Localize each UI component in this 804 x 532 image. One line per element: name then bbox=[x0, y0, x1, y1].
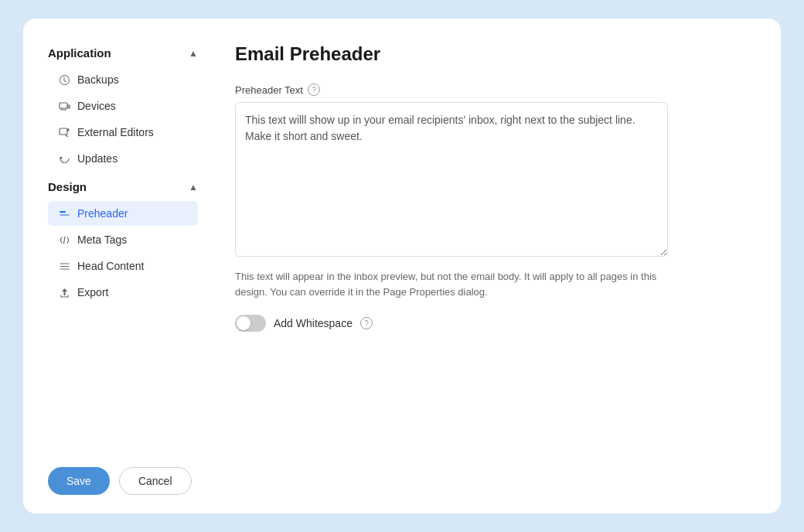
page-title: Email Preheader bbox=[235, 43, 756, 65]
sidebar-item-updates[interactable]: Updates bbox=[48, 146, 198, 171]
main-card: Application ▲ Backups Devices bbox=[23, 19, 781, 513]
external-editors-label: External Editors bbox=[77, 126, 154, 138]
meta-tags-icon bbox=[57, 233, 71, 247]
export-label: Export bbox=[77, 286, 108, 298]
sidebar-item-external-editors[interactable]: External Editors bbox=[48, 120, 198, 145]
design-chevron-icon: ▲ bbox=[189, 182, 198, 193]
head-content-icon bbox=[57, 259, 71, 273]
sidebar-section-design-header[interactable]: Design ▲ bbox=[48, 177, 198, 196]
content-area: Application ▲ Backups Devices bbox=[48, 43, 756, 436]
svg-rect-0 bbox=[60, 103, 67, 108]
preheader-help-icon[interactable]: ? bbox=[308, 84, 320, 96]
preheader-text-input[interactable] bbox=[235, 102, 668, 257]
devices-icon bbox=[57, 99, 71, 113]
backups-icon bbox=[57, 73, 71, 87]
sidebar-section-design: Design ▲ Preheader Meta Tags bbox=[48, 177, 198, 305]
external-editors-icon bbox=[57, 125, 71, 139]
toggle-knob bbox=[237, 316, 250, 330]
updates-label: Updates bbox=[77, 152, 118, 165]
preheader-text-label: Preheader Text bbox=[235, 84, 303, 96]
add-whitespace-toggle[interactable] bbox=[235, 315, 266, 332]
head-content-label: Head Content bbox=[77, 260, 144, 272]
application-section-label: Application bbox=[48, 46, 111, 60]
helper-text: This text will appear in the inbox previ… bbox=[235, 269, 668, 299]
whitespace-help-icon[interactable]: ? bbox=[360, 317, 373, 329]
whitespace-label: Add Whitespace bbox=[274, 317, 353, 329]
updates-icon bbox=[57, 152, 71, 165]
sidebar-item-preheader[interactable]: Preheader bbox=[48, 201, 198, 226]
preheader-text-label-row: Preheader Text ? bbox=[235, 84, 756, 96]
preheader-icon bbox=[57, 206, 71, 220]
sidebar-item-meta-tags[interactable]: Meta Tags bbox=[48, 227, 198, 252]
export-icon bbox=[57, 285, 71, 299]
sidebar: Application ▲ Backups Devices bbox=[48, 43, 210, 436]
whitespace-row: Add Whitespace ? bbox=[235, 315, 756, 332]
svg-rect-1 bbox=[60, 128, 67, 135]
sidebar-section-application: Application ▲ Backups Devices bbox=[48, 43, 198, 171]
cancel-button[interactable]: Cancel bbox=[119, 467, 192, 495]
sidebar-item-backups[interactable]: Backups bbox=[48, 67, 198, 92]
meta-tags-label: Meta Tags bbox=[77, 234, 127, 246]
main-content: Email Preheader Preheader Text ? This te… bbox=[210, 43, 756, 436]
backups-label: Backups bbox=[77, 73, 119, 86]
design-section-label: Design bbox=[48, 180, 87, 193]
devices-label: Devices bbox=[77, 100, 116, 112]
preheader-label: Preheader bbox=[77, 207, 128, 220]
save-button[interactable]: Save bbox=[48, 467, 110, 495]
bottom-bar: Save Cancel bbox=[48, 461, 756, 495]
sidebar-item-devices[interactable]: Devices bbox=[48, 94, 198, 118]
application-chevron-icon: ▲ bbox=[189, 48, 198, 59]
sidebar-item-head-content[interactable]: Head Content bbox=[48, 254, 198, 278]
sidebar-item-export[interactable]: Export bbox=[48, 280, 198, 305]
sidebar-section-application-header[interactable]: Application ▲ bbox=[48, 43, 198, 63]
